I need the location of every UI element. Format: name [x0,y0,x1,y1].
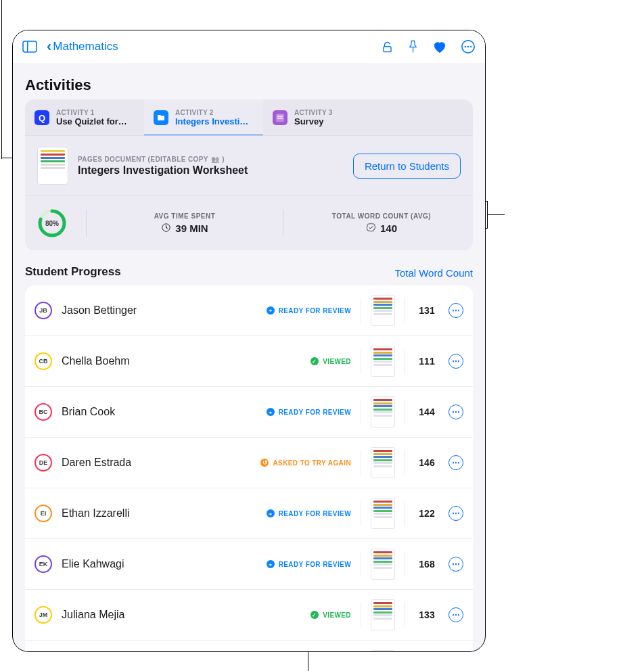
status-label: READY FOR REVIEW [279,409,351,416]
student-name: Jason Bettinger [62,304,257,317]
status-badge: READY FOR REVIEW [267,306,351,315]
activity-over: ACTIVITY 1 [56,109,127,116]
activity-icon [273,110,288,125]
stat-avg-time: AVG TIME SPENT 39 MIN [106,212,264,235]
divider [405,551,405,577]
svg-point-5 [465,46,467,48]
badge-icon [366,223,376,235]
stat-label: TOTAL WORD COUNT (AVG) [302,212,461,220]
stat-value: 39 MIN [175,223,208,234]
status-label: READY FOR REVIEW [279,561,351,568]
submission-thumbnail[interactable] [371,549,395,580]
activity-tab-2[interactable]: ACTIVITY 2Integers Investi… [144,99,263,135]
stats-row: 80% AVG TIME SPENT 39 MIN TOTAL WORD COU… [25,195,473,250]
student-list: JBJason BettingerREADY FOR REVIEW131⋯CBC… [25,285,473,652]
status-label: ASKED TO TRY AGAIN [273,459,351,467]
unlock-icon[interactable] [381,41,394,53]
status-icon [260,459,269,467]
stat-value: 140 [380,223,397,234]
row-more-button[interactable]: ⋯ [448,557,463,572]
divider [405,450,405,476]
student-avatar: CB [34,352,52,370]
activity-tab-3[interactable]: ACTIVITY 3Survey [263,99,473,135]
pin-icon[interactable] [407,40,419,53]
student-row[interactable]: CBChella BoehmVIEWED111⋯ [25,336,473,387]
student-row[interactable]: EIEthan IzzarelliREADY FOR REVIEW122⋯ [25,488,473,539]
submission-thumbnail[interactable] [371,498,395,529]
status-icon [267,560,275,568]
submission-thumbnail[interactable] [371,346,395,377]
student-name: Brian Cook [62,406,257,418]
row-more-button[interactable]: ⋯ [448,354,463,369]
status-badge: READY FOR REVIEW [267,509,351,517]
word-count: 144 [415,407,439,417]
activity-tab-1[interactable]: QACTIVITY 1Use Quizlet for… [25,99,144,135]
student-name: Juliana Mejia [62,609,301,621]
row-more-button[interactable]: ⋯ [448,303,463,318]
divider [361,602,361,628]
student-avatar: JM [34,606,52,624]
status-label: READY FOR REVIEW [279,307,351,315]
svg-point-6 [467,46,469,48]
row-more-button[interactable]: ⋯ [448,607,463,622]
row-more-button[interactable]: ⋯ [448,455,463,470]
student-name: Elie Kahwagi [62,558,257,570]
divider [361,501,361,526]
sidebar-toggle-icon[interactable] [22,41,37,53]
status-badge: VIEWED [310,611,351,619]
student-avatar: EI [34,505,52,522]
chevron-left-icon: ‹ [47,38,51,55]
row-more-button[interactable]: ⋯ [448,506,463,521]
callout-line-right-h [488,214,505,215]
status-badge: VIEWED [310,357,351,365]
activity-over: ACTIVITY 3 [294,109,333,116]
activity-icon: Q [34,110,49,125]
submission-thumbnail[interactable] [371,447,395,478]
divider [361,348,361,374]
word-count: 168 [415,559,439,570]
student-progress-title: Student Progress [25,265,121,279]
submission-thumbnail[interactable] [371,295,395,326]
student-row[interactable]: JBJason BettingerREADY FOR REVIEW131⋯ [25,285,473,336]
student-avatar: BC [34,403,52,421]
group-icon: 👥 [211,156,219,163]
activity-icon [154,110,168,125]
activity-tabs: QACTIVITY 1Use Quizlet for…ACTIVITY 2Int… [25,99,473,135]
student-row[interactable]: CSChris SillersREADY FOR REVIEWN/A⋯ [25,641,473,652]
document-title: Integers Investigation Worksheet [78,164,344,177]
document-row: PAGES DOCUMENT (EDITABLE COPY 👥 ) Intege… [25,135,473,195]
return-to-students-button[interactable]: Return to Students [353,154,461,179]
document-thumbnail[interactable] [37,147,68,185]
back-label: Mathematics [53,40,118,53]
progress-ring: 80% [37,208,67,238]
student-row[interactable]: EKElie KahwagiREADY FOR REVIEW168⋯ [25,539,473,590]
student-name: Ethan Izzarelli [62,507,257,519]
navbar: ‹ Mathematics [13,30,485,63]
activities-card: QACTIVITY 1Use Quizlet for…ACTIVITY 2Int… [25,99,473,250]
row-more-button[interactable]: ⋯ [448,404,463,419]
submission-thumbnail[interactable] [371,396,395,427]
svg-rect-9 [277,116,283,117]
activity-title: Use Quizlet for… [56,116,127,126]
word-count: 122 [415,508,439,519]
status-label: READY FOR REVIEW [279,510,351,517]
back-button[interactable]: ‹ Mathematics [47,38,118,55]
student-row[interactable]: DEDaren EstradaASKED TO TRY AGAIN146⋯ [25,438,473,488]
submission-thumbnail[interactable] [371,650,395,652]
heart-icon[interactable] [432,40,447,53]
student-row[interactable]: JMJuliana MejiaVIEWED133⋯ [25,590,473,641]
divider [405,602,405,628]
total-word-count-link[interactable]: Total Word Count [394,267,473,279]
word-count: 146 [415,457,439,468]
more-icon[interactable] [461,39,476,54]
student-avatar: JB [34,302,52,319]
student-avatar: EK [34,555,52,573]
submission-thumbnail[interactable] [371,599,395,630]
student-row[interactable]: BCBrian CookREADY FOR REVIEW144⋯ [25,387,473,438]
divider [361,298,361,323]
divider [405,501,405,526]
app-window: ‹ Mathematics Activities [12,30,486,652]
status-icon [267,306,275,315]
clock-icon [161,223,171,235]
status-badge: READY FOR REVIEW [267,560,351,568]
